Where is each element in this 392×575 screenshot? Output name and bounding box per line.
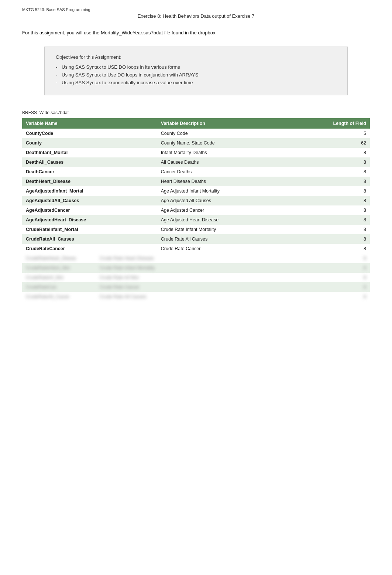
- course-label: MKTG 5243: Base SAS Programming: [22, 7, 370, 12]
- blurred-cell-desc: Crude Rate Infant Mortality: [100, 265, 337, 271]
- table-row: AgeAdjustedCancerAge Adjusted Cancer8: [22, 205, 370, 215]
- table-row: DeathInfant_MortalInfant Mortality Death…: [22, 148, 370, 157]
- table-row: CrudeRateInfant_MortalCrude Rate Infant …: [22, 225, 370, 234]
- blurred-table-row: CrudeRateInf_Mor Crude Rate Inf Mor 8: [22, 273, 370, 282]
- cell-length: 8: [289, 148, 370, 157]
- table-row: DeathHeart_DiseaseHeart Disease Deaths8: [22, 177, 370, 186]
- cell-length: 8: [289, 186, 370, 196]
- cell-variable-name: DeathHeart_Disease: [22, 177, 157, 186]
- blurred-table-row: CrudeRateHeart_Diseas Crude Rate Heart D…: [22, 254, 370, 263]
- objective-3: Using SAS Syntax to exponentially increa…: [56, 80, 336, 85]
- table-row: CountyCodeCounty Code5: [22, 129, 370, 138]
- cell-variable-description: Crude Rate Cancer: [157, 244, 289, 254]
- cell-variable-name: CrudeRateInfant_Mortal: [22, 225, 157, 234]
- cell-length: 8: [289, 234, 370, 244]
- cell-variable-name: AgeAdjustedHeart_Disease: [22, 215, 157, 225]
- cell-variable-description: County Code: [157, 129, 289, 138]
- blurred-table-row: CrudeRateInfant_Mor Crude Rate Infant Mo…: [22, 263, 370, 273]
- variables-table: Variable Name Variable Description Lengt…: [22, 118, 370, 254]
- cell-variable-description: Crude Rate All Causes: [157, 234, 289, 244]
- cell-length: 8: [289, 177, 370, 186]
- cell-variable-name: AgeAdjustedInfant_Mortal: [22, 186, 157, 196]
- cell-variable-description: Heart Disease Deaths: [157, 177, 289, 186]
- cell-variable-description: Age Adjusted Cancer: [157, 205, 289, 215]
- cell-variable-description: All Causes Deaths: [157, 157, 289, 167]
- table-row: AgeAdjustedAll_CausesAge Adjusted All Ca…: [22, 196, 370, 205]
- cell-length: 8: [289, 196, 370, 205]
- cell-variable-description: County Name, State Code: [157, 138, 289, 148]
- cell-length: 62: [289, 138, 370, 148]
- cell-variable-name: AgeAdjustedAll_Causes: [22, 196, 157, 205]
- cell-variable-name: CrudeRateCancer: [22, 244, 157, 254]
- table-row: CountyCounty Name, State Code62: [22, 138, 370, 148]
- cell-variable-description: Age Adjusted All Causes: [157, 196, 289, 205]
- blurred-cell-name: CrudeRateInf_Mor: [26, 275, 100, 280]
- cell-length: 8: [289, 167, 370, 177]
- objectives-box: Objectives for this Assignment: Using SA…: [44, 47, 348, 95]
- cell-length: 8: [289, 215, 370, 225]
- blurred-cell-desc: Crude Rate Cancer: [100, 285, 337, 290]
- exercise-title: Exercise 8: Health Behaviors Data output…: [22, 13, 370, 19]
- cell-length: 8: [289, 205, 370, 215]
- cell-length: 8: [289, 244, 370, 254]
- blurred-cell-len: 8: [337, 294, 366, 299]
- cell-variable-name: DeathInfant_Mortal: [22, 148, 157, 157]
- blurred-cell-name: CrudeRateInfant_Mor: [26, 265, 100, 271]
- cell-variable-name: DeathAll_Causes: [22, 157, 157, 167]
- objective-1: Using SAS Syntax to USE DO loops in its …: [56, 64, 336, 70]
- table-row: DeathCancerCancer Deaths8: [22, 167, 370, 177]
- cell-variable-name: AgeAdjustedCancer: [22, 205, 157, 215]
- blurred-table-row: CrudeRateCan Crude Rate Cancer 8: [22, 282, 370, 292]
- objectives-list: Using SAS Syntax to USE DO loops in its …: [56, 64, 336, 85]
- objective-2: Using SAS Syntax to Use DO loops in conj…: [56, 72, 336, 78]
- cell-variable-name: CountyCode: [22, 129, 157, 138]
- cell-variable-description: Crude Rate Infant Mortality: [157, 225, 289, 234]
- blurred-table-row: CrudeRateAll_Cause Crude Rate All Causes…: [22, 292, 370, 302]
- table-row: CrudeRateCancerCrude Rate Cancer8: [22, 244, 370, 254]
- col-length: Length of Field: [289, 118, 370, 129]
- table-row: AgeAdjustedInfant_MortalAge Adjusted Inf…: [22, 186, 370, 196]
- cell-variable-description: Age Adjusted Heart Disease: [157, 215, 289, 225]
- cell-variable-name: County: [22, 138, 157, 148]
- cell-length: 8: [289, 157, 370, 167]
- cell-length: 5: [289, 129, 370, 138]
- cell-variable-description: Age Adjusted Infant Mortality: [157, 186, 289, 196]
- blurred-cell-desc: Crude Rate Inf Mor: [100, 275, 337, 280]
- blurred-cell-name: CrudeRateAll_Cause: [26, 294, 100, 299]
- blurred-cell-len: 8: [337, 256, 366, 261]
- cell-length: 8: [289, 225, 370, 234]
- col-variable-description: Variable Description: [157, 118, 289, 129]
- cell-variable-name: DeathCancer: [22, 167, 157, 177]
- objectives-title: Objectives for this Assignment:: [56, 54, 336, 60]
- col-variable-name: Variable Name: [22, 118, 157, 129]
- blurred-cell-desc: Crude Rate All Causes: [100, 294, 337, 299]
- cell-variable-description: Infant Mortality Deaths: [157, 148, 289, 157]
- cell-variable-description: Cancer Deaths: [157, 167, 289, 177]
- cell-variable-name: CrudeRateAll_Causes: [22, 234, 157, 244]
- blurred-cell-name: CrudeRateHeart_Diseas: [26, 256, 100, 261]
- table-row: AgeAdjustedHeart_DiseaseAge Adjusted Hea…: [22, 215, 370, 225]
- blurred-cell-len: 8: [337, 275, 366, 280]
- table-row: DeathAll_CausesAll Causes Deaths8: [22, 157, 370, 167]
- intro-text: For this assignment, you will use the Mo…: [22, 30, 370, 35]
- blurred-cell-len: 8: [337, 285, 366, 290]
- file-label: BRFSS_Wide.sas7bdat: [22, 110, 370, 115]
- blurred-cell-len: 8: [337, 265, 366, 271]
- table-header-row: Variable Name Variable Description Lengt…: [22, 118, 370, 129]
- table-row: CrudeRateAll_CausesCrude Rate All Causes…: [22, 234, 370, 244]
- blurred-cell-desc: Crude Rate Heart Disease: [100, 256, 337, 261]
- blurred-cell-name: CrudeRateCan: [26, 285, 100, 290]
